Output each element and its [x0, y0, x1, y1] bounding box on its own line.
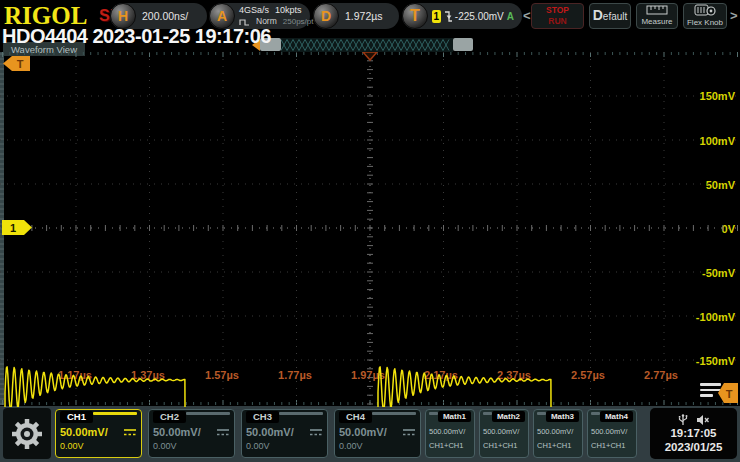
channel1-tag-number: 1	[10, 222, 16, 234]
graticule-and-trace	[0, 52, 740, 407]
math-panel-3[interactable]: Math3 500.00mV/ CH1+CH1	[533, 409, 583, 458]
flex-knob-button[interactable]: Flex Knob	[683, 3, 727, 29]
volt-label-n50: -50mV	[702, 267, 735, 279]
channel-panel-ch4[interactable]: CH4 50.00mV/ 0.00V	[334, 409, 421, 458]
stop-run-button[interactable]: STOP RUN	[531, 3, 584, 29]
time-label-7: 2.37µs	[497, 369, 531, 381]
oscilloscope-screen: RIGOL STOP H 200.00ns/ A 4GSa/s 10kpts N…	[0, 0, 740, 462]
ch1-offset: 0.00V	[60, 441, 137, 451]
usb-icon	[678, 414, 688, 426]
dc-coupling-icon	[123, 428, 137, 437]
trigger-settings[interactable]: T 1 -225.00mV A	[402, 3, 522, 29]
channel-panel-ch2[interactable]: CH2 50.00mV/ 0.00V	[148, 409, 235, 458]
toolbar-scroll-left[interactable]: <	[523, 8, 531, 23]
trigger-position-tag[interactable]: T	[1, 55, 33, 74]
time-label-2: 1.37µs	[131, 369, 165, 381]
measure-button[interactable]: Measure	[636, 3, 678, 29]
time-label-3: 1.57µs	[205, 369, 239, 381]
channel-panel-ch3[interactable]: CH3 50.00mV/ 0.00V	[241, 409, 328, 458]
volt-label-100: 100mV	[700, 135, 735, 147]
resolution: 250ps/pt	[283, 16, 314, 27]
ch1-name: CH1	[60, 411, 93, 423]
time-label-8: 2.57µs	[571, 369, 605, 381]
dc-coupling-icon	[402, 428, 416, 437]
math2-source: CH1+CH1	[483, 441, 525, 450]
bottom-channel-bar: CH1 50.00mV/ 0.00V CH2 50.00mV/ 0.00V CH…	[0, 406, 740, 462]
ch2-name: CH2	[153, 411, 186, 423]
ch4-name: CH4	[339, 411, 372, 423]
sample-rate: 4GSa/s	[239, 5, 269, 16]
math2-name: Math2	[492, 411, 525, 422]
timebase-value: 200.00ns/	[142, 10, 188, 22]
math3-scale: 500.00mV/	[537, 427, 579, 436]
math4-scale: 500.00mV/	[591, 427, 633, 436]
trigger-level-tag[interactable]: T	[716, 382, 739, 404]
volt-label-n100: -100mV	[696, 311, 735, 323]
waveform-navigation-preview[interactable]	[252, 37, 473, 52]
memory-depth: 10kpts	[275, 5, 302, 16]
math2-scale: 500.00mV/	[483, 427, 525, 436]
trigger-status: A	[507, 11, 514, 22]
preview-right-handle[interactable]	[453, 38, 473, 51]
screenshot-title-overlay: HDO4404 2023-01-25 19:17:06	[2, 25, 271, 48]
flex-knob-label: Flex Knob	[687, 17, 723, 28]
knob-icon	[693, 4, 717, 16]
time-label-4: 1.77µs	[278, 369, 312, 381]
ch3-scale: 50.00mV/	[246, 426, 294, 438]
math3-source: CH1+CH1	[537, 441, 579, 450]
gear-icon	[9, 416, 45, 452]
trigger-source-badge: 1	[432, 10, 441, 23]
delay-settings[interactable]: D 1.972µs	[313, 3, 399, 29]
dc-coupling-icon	[216, 428, 230, 437]
ch3-name: CH3	[246, 411, 279, 423]
math3-name: Math3	[546, 411, 579, 422]
time-label-1: 1.17µs	[58, 369, 92, 381]
volt-label-150: 150mV	[700, 90, 735, 102]
math1-scale: 500.00mV/	[429, 427, 471, 436]
channel-panel-ch1[interactable]: CH1 50.00mV/ 0.00V	[55, 409, 142, 458]
trigger-slope-icon	[444, 10, 452, 23]
time-label-9: 2.77µs	[644, 369, 678, 381]
ch3-offset: 0.00V	[246, 441, 323, 451]
default-button[interactable]: Default	[589, 3, 631, 29]
delay-knob[interactable]: D	[313, 3, 339, 29]
channel1-position-tag[interactable]: 1	[1, 219, 34, 237]
math1-source: CH1+CH1	[429, 441, 471, 450]
math4-name: Math4	[600, 411, 633, 422]
run-label: RUN	[548, 16, 566, 27]
stop-label: STOP	[546, 5, 569, 16]
clock-panel[interactable]: 19:17:05 2023/01/25	[650, 408, 737, 459]
clock-date: 2023/01/25	[665, 441, 723, 454]
math-panel-1[interactable]: Math1 500.00mV/ CH1+CH1	[425, 409, 475, 458]
math4-source: CH1+CH1	[591, 441, 633, 450]
ruler-icon	[646, 5, 668, 15]
volt-label-n150: -150mV	[696, 355, 735, 367]
ch4-offset: 0.00V	[339, 441, 416, 451]
math-panel-2[interactable]: Math2 500.00mV/ CH1+CH1	[479, 409, 529, 458]
dc-coupling-icon	[309, 428, 323, 437]
trigger-knob[interactable]: T	[402, 3, 428, 29]
ch2-scale: 50.00mV/	[153, 426, 201, 438]
math1-name: Math1	[438, 411, 471, 422]
ch4-scale: 50.00mV/	[339, 426, 387, 438]
volt-label-50: 50mV	[706, 179, 735, 191]
preview-waveform	[281, 38, 453, 52]
default-label: Default	[593, 10, 628, 22]
trigger-tag-letter: T	[17, 58, 24, 70]
trigger-level-letter: T	[726, 388, 733, 400]
toolbar-scroll-right[interactable]: >	[730, 8, 738, 23]
time-label-6: 2.17µs	[424, 369, 458, 381]
clock-time: 19:17:05	[670, 427, 716, 440]
trigger-level-value: -225.00mV	[455, 11, 504, 22]
mute-speaker-icon	[696, 414, 709, 426]
delay-value: 1.972µs	[345, 10, 383, 22]
math-panel-4[interactable]: Math4 500.00mV/ CH1+CH1	[587, 409, 637, 458]
ch1-scale: 50.00mV/	[60, 426, 108, 438]
measure-label: Measure	[641, 16, 672, 27]
settings-gear-button[interactable]	[3, 408, 51, 459]
ch2-offset: 0.00V	[153, 441, 230, 451]
time-label-5: 1.97µs	[351, 369, 385, 381]
volt-label-0: 0V	[722, 223, 735, 235]
